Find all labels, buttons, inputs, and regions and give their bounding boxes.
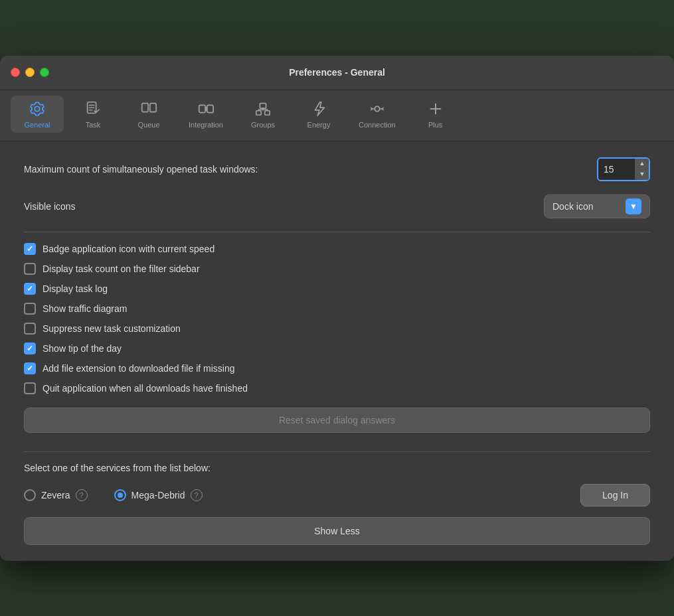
max-count-label: Maximum count of simultaneously opened t…	[24, 164, 258, 175]
tab-groups-label: Groups	[251, 121, 275, 129]
radio-mega-debrid-circle[interactable]	[114, 489, 126, 501]
checkbox-badge-icon: Badge application icon with current spee…	[24, 243, 650, 255]
visible-icons-label: Visible icons	[24, 201, 76, 212]
task-icon	[84, 100, 102, 118]
window-title: Preferences - General	[289, 67, 385, 78]
tab-plus[interactable]: Plus	[409, 96, 462, 133]
checkbox-show-traffic: Show traffic diagram	[24, 303, 650, 315]
tab-queue[interactable]: Queue	[122, 96, 175, 133]
svg-rect-5	[260, 103, 266, 108]
checkbox-display-task-log-input[interactable]	[24, 283, 36, 295]
checkbox-show-tip-input[interactable]	[24, 343, 36, 354]
checkbox-suppress-customization: Suppress new task customization	[24, 323, 650, 335]
checkbox-quit-app-input[interactable]	[24, 382, 36, 394]
spinner-up[interactable]: ▲	[635, 159, 649, 169]
divider-2	[24, 451, 650, 452]
tab-energy-label: Energy	[307, 121, 331, 129]
max-count-input[interactable]: 15	[598, 159, 635, 180]
reset-saved-dialog-button[interactable]: Reset saved dialog answers	[24, 408, 650, 433]
services-section-label: Select one of the services from the list…	[24, 463, 650, 473]
spinner-down[interactable]: ▼	[635, 169, 649, 180]
services-row: Zevera ? Mega-Debrid ? Log In	[24, 484, 650, 506]
tab-connection[interactable]: Connection	[348, 96, 406, 133]
checkbox-suppress-customization-input[interactable]	[24, 323, 36, 335]
divider-1	[24, 232, 650, 232]
checkbox-show-tip-label: Show tip of the day	[42, 343, 122, 354]
max-count-input-container: 15 ▲ ▼	[597, 157, 650, 181]
content-area: Maximum count of simultaneously opened t…	[0, 141, 674, 561]
checkbox-quit-app: Quit application when all downloads have…	[24, 382, 650, 394]
svg-rect-2	[150, 103, 156, 112]
tab-queue-label: Queue	[137, 121, 159, 129]
radio-zevera-circle[interactable]	[24, 489, 36, 501]
zevera-help-icon[interactable]: ?	[76, 489, 88, 501]
radio-mega-debrid[interactable]: Mega-Debrid ?	[114, 489, 203, 501]
checkbox-suppress-customization-label: Suppress new task customization	[42, 323, 181, 334]
checkbox-display-task-count-input[interactable]	[24, 263, 36, 275]
visible-icons-row: Visible icons Dock icon ▼	[24, 194, 650, 218]
svg-rect-7	[265, 110, 270, 115]
radio-zevera-label: Zevera	[41, 490, 70, 501]
spinner-buttons: ▲ ▼	[635, 159, 649, 180]
tab-energy[interactable]: Energy	[292, 96, 345, 133]
show-less-button[interactable]: Show Less	[24, 517, 650, 545]
svg-rect-3	[199, 105, 205, 112]
plus-icon	[426, 100, 445, 118]
gear-icon	[28, 100, 46, 118]
checkbox-display-task-log: Display task log	[24, 283, 650, 295]
checkbox-badge-icon-label: Badge application icon with current spee…	[42, 244, 214, 254]
checkbox-badge-icon-input[interactable]	[24, 243, 36, 255]
minimize-button[interactable]	[25, 68, 35, 77]
tab-general-label: General	[24, 121, 50, 129]
zoom-button[interactable]	[40, 68, 49, 77]
checkbox-show-traffic-input[interactable]	[24, 303, 36, 315]
max-count-row: Maximum count of simultaneously opened t…	[24, 157, 650, 181]
integration-icon	[197, 100, 215, 118]
queue-icon	[139, 100, 158, 118]
connection-icon	[368, 100, 386, 118]
log-in-button[interactable]: Log In	[580, 484, 650, 506]
tab-task[interactable]: Task	[66, 96, 120, 133]
mega-debrid-help-icon[interactable]: ?	[191, 489, 203, 501]
preferences-window: Preferences - General General Tas	[0, 56, 674, 561]
radio-mega-debrid-label: Mega-Debrid	[131, 490, 185, 501]
checkbox-display-task-log-label: Display task log	[42, 283, 108, 294]
dropdown-arrow-icon: ▼	[626, 198, 641, 214]
visible-icons-dropdown[interactable]: Dock icon ▼	[544, 194, 650, 218]
checkbox-show-tip: Show tip of the day	[24, 343, 650, 354]
checkbox-show-traffic-label: Show traffic diagram	[42, 303, 127, 314]
visible-icons-value: Dock icon	[552, 201, 593, 212]
checkbox-display-task-count-label: Display task count on the filter sidebar	[42, 264, 200, 274]
tab-task-label: Task	[86, 121, 101, 129]
radio-zevera[interactable]: Zevera ?	[24, 489, 88, 501]
checkbox-quit-app-label: Quit application when all downloads have…	[42, 383, 248, 394]
tab-connection-label: Connection	[359, 121, 396, 129]
toolbar: General Task Queue	[0, 90, 674, 141]
checkbox-display-task-count: Display task count on the filter sidebar	[24, 263, 650, 275]
checkbox-add-extension-input[interactable]	[24, 362, 36, 374]
energy-icon	[309, 100, 328, 118]
tab-plus-label: Plus	[428, 121, 442, 129]
tab-general[interactable]: General	[11, 96, 64, 133]
titlebar: Preferences - General	[0, 56, 674, 90]
checkbox-add-extension-label: Add file extension to downloaded file if…	[42, 363, 235, 374]
tab-integration[interactable]: Integration	[178, 96, 234, 133]
close-button[interactable]	[11, 68, 20, 77]
svg-rect-6	[256, 110, 261, 115]
groups-icon	[254, 100, 272, 118]
svg-rect-1	[142, 103, 148, 112]
svg-rect-4	[207, 105, 213, 112]
checkbox-add-extension: Add file extension to downloaded file if…	[24, 362, 650, 374]
tab-integration-label: Integration	[189, 121, 223, 129]
traffic-lights	[11, 68, 49, 77]
tab-groups[interactable]: Groups	[236, 96, 290, 133]
